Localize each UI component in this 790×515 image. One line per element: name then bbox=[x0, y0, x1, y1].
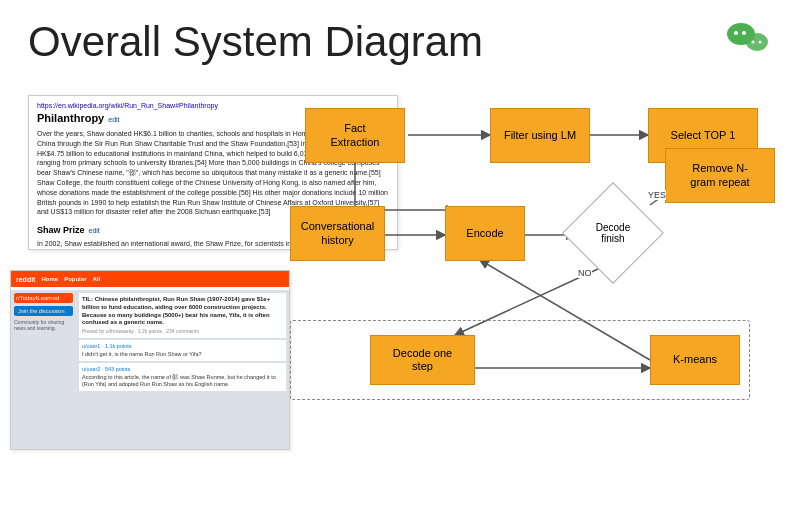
reddit-commenter-2: u/user2 · 543 points bbox=[82, 366, 283, 373]
reddit-comment-2: u/user2 · 543 points According to this a… bbox=[79, 363, 286, 391]
reddit-commenter-1: u/user1 · 1.1k points bbox=[82, 343, 283, 350]
filter-lm-box: Filter using LM bbox=[490, 108, 590, 163]
encode-box: Encode bbox=[445, 206, 525, 261]
reddit-main-content: TIL: Chinese philanthropist, Run Run Sha… bbox=[76, 290, 289, 449]
svg-point-2 bbox=[742, 31, 746, 35]
kmeans-box: K-means bbox=[650, 335, 740, 385]
reddit-nav-popular[interactable]: Popular bbox=[64, 276, 86, 282]
reddit-navbar: reddit Home Popular All bbox=[11, 271, 289, 287]
svg-point-1 bbox=[734, 31, 738, 35]
wiki-section-title: Philanthropy bbox=[37, 112, 104, 124]
decode-one-box: Decode one step bbox=[370, 335, 475, 385]
reddit-nav-home[interactable]: Home bbox=[41, 276, 58, 282]
reddit-subreddit-label[interactable]: r/TodayILearned bbox=[14, 293, 73, 303]
yes-label: YES bbox=[648, 190, 666, 200]
svg-point-5 bbox=[759, 41, 762, 44]
reddit-sidebar: r/TodayILearned Join the discussion Comm… bbox=[11, 290, 76, 449]
fact-extraction-box: Fact Extraction bbox=[305, 108, 405, 163]
reddit-panel: reddit Home Popular All r/TodayILearned … bbox=[10, 270, 290, 450]
decode-finish-diamond: Decode finish bbox=[568, 198, 658, 268]
reddit-logo: reddit bbox=[16, 276, 35, 283]
reddit-join-button[interactable]: Join the discussion bbox=[14, 306, 73, 316]
wechat-icon bbox=[724, 12, 772, 60]
reddit-post-meta: Posted by u/throwaway · 1.2k points · 23… bbox=[82, 328, 283, 335]
svg-point-4 bbox=[752, 41, 755, 44]
reddit-post-title[interactable]: TIL: Chinese philanthropist, Run Run Sha… bbox=[82, 296, 283, 327]
wiki-edit-link2[interactable]: edit bbox=[89, 227, 100, 234]
no-label: NO bbox=[578, 268, 592, 278]
page-title: Overall System Diagram bbox=[28, 18, 483, 66]
wiki-section2-title: Shaw Prize bbox=[37, 225, 85, 235]
remove-ngram-box: Remove N- gram repeat bbox=[665, 148, 775, 203]
svg-point-3 bbox=[746, 33, 768, 51]
reddit-comment-1-text: I didn't get it, is the name Run Run Sha… bbox=[82, 351, 283, 358]
reddit-sidebar-info: Community for sharing news and learning. bbox=[14, 319, 73, 331]
reddit-comment-2-text: According to this article, the name of 邵… bbox=[82, 374, 283, 388]
reddit-post: TIL: Chinese philanthropist, Run Run Sha… bbox=[79, 293, 286, 338]
reddit-nav-all[interactable]: All bbox=[92, 276, 100, 282]
reddit-comment-1: u/user1 · 1.1k points I didn't get it, i… bbox=[79, 340, 286, 361]
flowchart: Fact Extraction Filter using LM Select T… bbox=[290, 90, 780, 470]
wiki-edit-link[interactable]: edit bbox=[108, 116, 119, 123]
conv-history-box: Conversational history bbox=[290, 206, 385, 261]
